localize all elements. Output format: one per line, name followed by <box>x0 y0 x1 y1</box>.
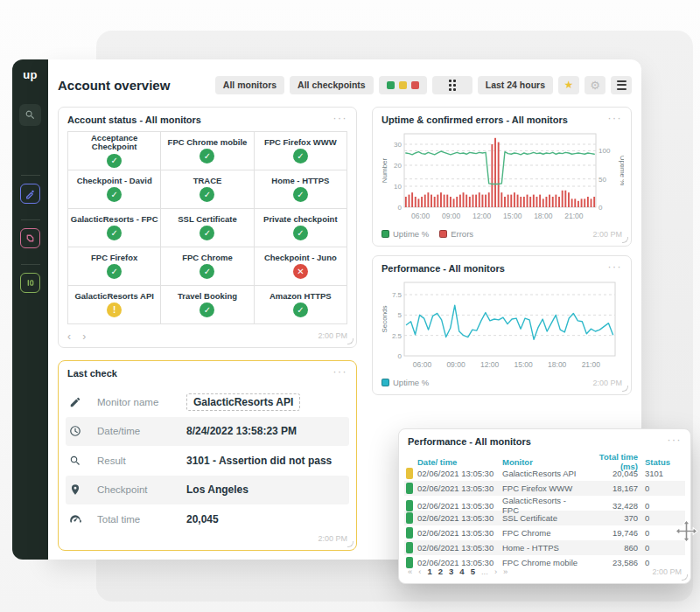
time-range-button[interactable]: Last 24 hours <box>478 76 553 94</box>
svg-text:06:00: 06:00 <box>413 360 432 369</box>
chevron-right-icon[interactable]: › <box>82 330 86 343</box>
settings-button[interactable]: ⚙ <box>584 76 606 94</box>
chart-legend: Uptime % <box>382 378 429 387</box>
all-checkpoints-button[interactable]: All checkpoints <box>290 76 374 94</box>
table-row[interactable]: 02/06/2021 13:05:30SSL Certificate3700 <box>404 511 685 525</box>
performance-table-panel[interactable]: Performance - All monitors ··· Date/ tim… <box>398 428 691 584</box>
status-cell[interactable]: Amazon HTTPS✓ <box>255 286 346 323</box>
svg-text:Seconds: Seconds <box>382 305 388 332</box>
column-header[interactable]: Status <box>645 457 682 467</box>
cell-datetime: 02/06/2021 13:05:30 <box>417 483 502 493</box>
warning-status-icon: ! <box>107 303 122 317</box>
column-header[interactable]: Monitor <box>502 457 582 467</box>
svg-text:21:00: 21:00 <box>564 212 584 220</box>
status-cell[interactable]: GalacticResorts API! <box>68 286 160 323</box>
uptime-errors-chart[interactable]: 0102030050100Uptime %Number06:0009:0012:… <box>382 129 624 232</box>
cell-datetime: 02/06/2021 13:05:30 <box>417 469 502 478</box>
pagination-next[interactable]: › <box>494 567 497 576</box>
svg-text:12:00: 12:00 <box>480 360 500 369</box>
status-cell[interactable]: FPC Firefox WWW✓ <box>255 132 346 170</box>
favorite-button[interactable]: ★ <box>558 76 579 94</box>
dashboard-layout-button[interactable] <box>432 76 472 94</box>
status-cell[interactable]: TRACE✓ <box>161 170 253 208</box>
cell-status: 0 <box>645 501 682 511</box>
all-monitors-button[interactable]: All monitors <box>215 76 284 94</box>
monitor-name: FPC Firefox WWW <box>264 138 337 147</box>
legend-swatch <box>382 230 389 238</box>
status-cell[interactable]: SSL Certificate✓ <box>161 209 253 247</box>
menu-button[interactable] <box>611 76 632 94</box>
svg-text:10: 10 <box>394 183 402 191</box>
sidebar-app-icon-green[interactable] <box>20 273 40 293</box>
detail-label: Total time <box>97 514 186 525</box>
panel-menu-icon[interactable]: ··· <box>333 115 348 122</box>
table-row[interactable]: 02/06/2021 13:05:30GalacticResorts API20… <box>404 466 685 481</box>
pagination-page[interactable]: 3 <box>449 567 453 576</box>
star-icon: ★ <box>564 80 574 90</box>
table-row[interactable]: 02/06/2021 13:05:30Home - HTTPS8600 <box>404 540 685 555</box>
legend-item[interactable]: Uptime % <box>382 378 429 387</box>
legend-swatch <box>382 379 389 386</box>
pagination-first[interactable]: « <box>408 567 412 576</box>
panel-menu-icon[interactable]: ··· <box>608 263 623 270</box>
svg-text:15:00: 15:00 <box>514 360 534 369</box>
legend-item[interactable]: Uptime % <box>382 229 429 239</box>
status-cell[interactable]: Checkpoint - David✓ <box>68 170 160 208</box>
status-filter-button[interactable] <box>379 76 427 94</box>
row-status-chip <box>406 542 413 553</box>
ok-status-icon: ✓ <box>200 303 214 317</box>
status-cell[interactable]: GalacticResorts - FPC✓ <box>68 209 160 247</box>
pagination: «‹12345...›» <box>408 567 508 576</box>
status-cell[interactable]: FPC Chrome✓ <box>161 247 253 285</box>
sidebar-app-icon-pink[interactable] <box>20 228 40 248</box>
pagination-page[interactable]: 5 <box>471 567 475 576</box>
panel-menu-icon[interactable]: ··· <box>333 368 348 375</box>
column-header[interactable]: Date/ time <box>417 457 502 467</box>
legend-label: Errors <box>451 229 473 239</box>
chevron-left-icon[interactable]: ‹ <box>67 330 71 343</box>
legend-item[interactable]: Errors <box>439 229 473 239</box>
monitor-name: FPC Firefox <box>91 254 137 262</box>
pagination-page[interactable]: 2 <box>438 567 443 576</box>
performance-chart[interactable]: 02.557.5Seconds06:0009:0012:0015:0018:00… <box>382 277 624 380</box>
status-cell[interactable]: Checkpoint - Juno✕ <box>255 247 346 285</box>
ok-status-icon: ✓ <box>107 187 122 202</box>
search-button[interactable] <box>19 104 41 126</box>
pagination-last[interactable]: » <box>503 567 508 576</box>
table-row[interactable]: 02/06/2021 13:05:30FPC Chrome19,7460 <box>404 525 685 540</box>
pagination-page[interactable]: 1 <box>427 567 431 576</box>
ok-status-icon: ✓ <box>200 264 214 279</box>
ok-status-icon: ✓ <box>107 226 122 240</box>
row-status-chip <box>406 468 413 479</box>
status-cell[interactable]: Home - HTTPS✓ <box>255 170 346 208</box>
move-cursor-icon <box>675 519 698 543</box>
status-cell[interactable]: FPC Firefox✓ <box>68 247 160 285</box>
panel-menu-icon[interactable]: ··· <box>668 436 682 443</box>
cell-total-time: 20,045 <box>582 469 645 478</box>
status-cell[interactable]: Private checkpoint✓ <box>255 209 346 247</box>
status-square-icon <box>399 81 407 89</box>
ok-status-icon: ✓ <box>293 226 308 240</box>
monitor-name: GalacticResorts API <box>74 292 153 301</box>
status-cell[interactable]: Acceptance Checkpoint✓ <box>68 132 160 170</box>
monitor-name-chip[interactable]: GalacticResorts API <box>186 393 300 411</box>
pagination-page[interactable]: 4 <box>459 567 464 576</box>
sidebar-app-icon-blue[interactable] <box>20 184 40 204</box>
cell-monitor: FPC Firefox WWW <box>502 483 582 493</box>
panel-menu-icon[interactable]: ··· <box>608 115 623 122</box>
pagination-ellipsis: ... <box>481 567 488 576</box>
pagination-prev[interactable]: ‹ <box>418 567 421 576</box>
tool-icon <box>24 233 36 244</box>
status-cell[interactable]: Travel Booking✓ <box>161 286 253 323</box>
table-row[interactable]: 02/06/2021 13:05:30FPC Firefox WWW18,167… <box>404 481 685 496</box>
ok-status-icon: ✓ <box>293 149 308 163</box>
detail-value: Los Angeles <box>186 483 346 496</box>
status-cell[interactable]: FPC Chrome mobile✓ <box>161 132 253 170</box>
cell-monitor: GalacticResorts - FPC <box>502 496 582 515</box>
svg-text:12:00: 12:00 <box>472 212 492 220</box>
svg-text:20: 20 <box>394 162 402 170</box>
last-check-row: Total time20,045 <box>66 504 349 534</box>
table-row[interactable]: 02/06/2021 13:05:30GalacticResorts - FPC… <box>404 496 685 511</box>
cell-datetime: 02/06/2021 13:05:30 <box>417 513 502 523</box>
sidebar-divider <box>21 219 40 220</box>
